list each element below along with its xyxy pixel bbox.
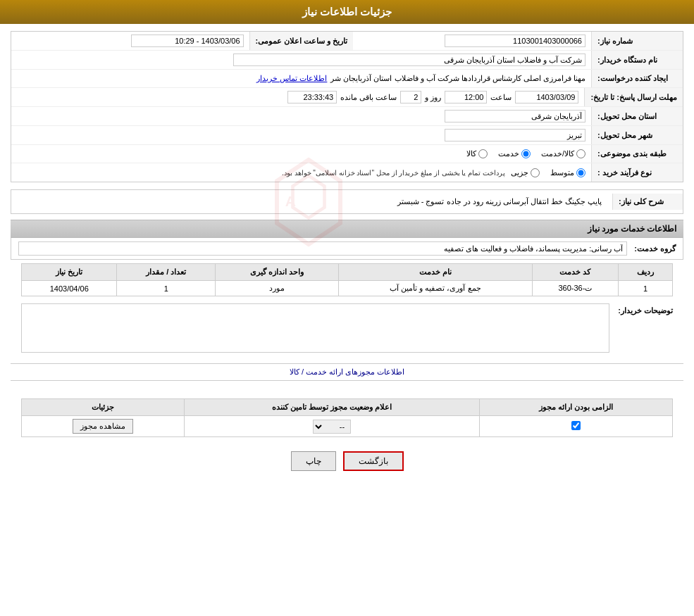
category-kala: کالا — [466, 149, 488, 158]
permit-title: اطلاعات مجوزهای ارائه خدمت / کالا — [11, 363, 683, 381]
permit-table-container: الزامی بودن ارائه مجوز اعلام وضعیت مجوز … — [21, 398, 673, 437]
cell-row-num: 1 — [618, 281, 672, 296]
table-header-row: ردیف کد خدمت نام خدمت واحد اندازه گیری ت… — [22, 264, 673, 281]
buyer-notes-label: توضیحات خریدار: — [616, 303, 673, 315]
cell-service-name: جمع آوری، تصفیه و تأمین آب — [338, 281, 532, 296]
col-service-name: نام خدمت — [338, 264, 532, 281]
row-requester: ایجاد کننده درخواست: مهنا فرامرزی اصلی ک… — [11, 70, 683, 88]
cell-service-code: ت-36-360 — [532, 281, 618, 296]
permit-header-row: الزامی بودن ارائه مجوز اعلام وضعیت مجوز … — [22, 399, 673, 416]
permit-table: الزامی بودن ارائه مجوز اعلام وضعیت مجوز … — [21, 398, 673, 437]
buyer-org-input[interactable] — [233, 54, 585, 66]
category-khedmat-radio[interactable] — [521, 149, 531, 158]
province-input[interactable] — [445, 110, 585, 122]
table-row: 1 ت-36-360 جمع آوری، تصفیه و تأمین آب مو… — [22, 281, 673, 296]
purchase-type-motevaset-label: متوسط — [550, 168, 574, 177]
svg-text:A: A — [285, 193, 295, 209]
permit-status-select[interactable]: --دارمندارم — [313, 420, 351, 434]
purchase-type-motevaset-radio[interactable] — [576, 168, 585, 177]
print-button[interactable]: چاپ — [291, 451, 336, 471]
deadline-value: ساعت روز و ساعت باقی مانده — [11, 88, 584, 106]
purchase-type-motevaset: متوسط — [550, 168, 585, 177]
category-kala-radio[interactable] — [478, 149, 488, 158]
need-description-label: شرح کلی نیاز: — [619, 197, 664, 206]
row-city: شهر محل تحویل: — [11, 126, 683, 145]
permit-status-cell: --دارمندارم — [184, 416, 479, 437]
announcement-date-value — [11, 32, 249, 50]
purchase-type-jozi-label: جزیی — [511, 168, 528, 177]
row-deadline: مهلت ارسال پاسخ: تا تاریخ: ساعت روز و سا… — [11, 88, 683, 107]
deadline-remaining-label: ساعت باقی مانده — [340, 93, 397, 102]
services-table-container: ردیف کد خدمت نام خدمت واحد اندازه گیری ت… — [21, 263, 673, 296]
city-label: شهر محل تحویل: — [591, 126, 683, 144]
main-content: شماره نیاز: تاریخ و ساعت اعلان عمومی: نا… — [0, 24, 694, 489]
need-number-label: شماره نیاز: — [591, 32, 683, 50]
page-header: جزئیات اطلاعات نیاز — [0, 0, 694, 24]
permit-col-status: اعلام وضعیت مجوز توسط تامین کننده — [184, 399, 479, 416]
province-label: استان محل تحویل: — [591, 107, 683, 125]
col-service-code: کد خدمت — [532, 264, 618, 281]
buyer-notes-box — [21, 303, 609, 353]
category-kala-label: کالا — [466, 149, 476, 158]
services-table: ردیف کد خدمت نام خدمت واحد اندازه گیری ت… — [21, 263, 673, 296]
requester-contact-link[interactable]: اطلاعات تماس خریدار — [256, 74, 327, 83]
category-kala-khedmat: کالا/خدمت — [541, 149, 585, 158]
category-kala-khedmat-radio[interactable] — [576, 149, 585, 158]
col-unit: واحد اندازه گیری — [215, 264, 338, 281]
deadline-time-label: ساعت — [490, 93, 512, 102]
deadline-days-input[interactable] — [400, 91, 421, 103]
need-number-value — [353, 32, 591, 50]
cell-unit: مورد — [215, 281, 338, 296]
permit-required-cell — [480, 416, 673, 437]
requester-label: ایجاد کننده درخواست: — [591, 70, 683, 87]
row-province: استان محل تحویل: — [11, 107, 683, 126]
page-wrapper: جزئیات اطلاعات نیاز شماره نیاز: تاریخ و … — [0, 0, 694, 616]
buyer-notes-section: توضیحات خریدار: — [11, 300, 683, 356]
permit-col-details: جزئیات — [22, 399, 185, 416]
cell-date: 1403/04/06 — [22, 281, 117, 296]
buyer-org-value — [11, 51, 591, 69]
requester-text: مهنا فرامرزی اصلی کارشناس قراردادها شرکت… — [330, 74, 585, 83]
purchase-type-radio-group: متوسط جزیی — [511, 168, 585, 177]
purchase-type-jozi: جزیی — [511, 168, 540, 177]
permit-col-required: الزامی بودن ارائه مجوز — [480, 399, 673, 416]
province-value — [11, 107, 591, 125]
deadline-time-input[interactable] — [445, 91, 487, 103]
buyer-org-label: نام دستگاه خریدار: — [591, 51, 683, 69]
category-radio-group: کالا/خدمت خدمت کالا — [466, 149, 585, 158]
need-description-content: A پایپ جکینگ خط انتقال آبرسانی زرینه رود… — [11, 194, 605, 210]
cell-quantity: 1 — [117, 281, 215, 296]
need-number-input[interactable] — [445, 34, 585, 47]
purchase-type-label: نوع فرآیند خرید : — [591, 163, 683, 182]
permit-view-button[interactable]: مشاهده مجوز — [73, 419, 133, 434]
back-button[interactable]: بازگشت — [343, 451, 404, 471]
page-title: جزئیات اطلاعات نیاز — [302, 6, 392, 18]
city-value — [11, 126, 591, 144]
deadline-date-input[interactable] — [515, 91, 578, 103]
deadline-label: مهلت ارسال پاسخ: تا تاریخ: — [584, 88, 683, 106]
watermark-logo: A — [256, 149, 361, 255]
row-buyer-org: نام دستگاه خریدار: — [11, 51, 683, 70]
col-row-num: ردیف — [618, 264, 672, 281]
permit-section: اطلاعات مجوزهای ارائه خدمت / کالا الزامی… — [11, 363, 683, 437]
permit-details-cell: مشاهده مجوز — [22, 416, 185, 437]
row-need-number: شماره نیاز: تاریخ و ساعت اعلان عمومی: — [11, 32, 683, 51]
category-khedmat: خدمت — [498, 149, 531, 158]
category-kala-khedmat-label: کالا/خدمت — [541, 149, 574, 158]
permit-table-row: --دارمندارم مشاهده مجوز — [22, 416, 673, 437]
deadline-remaining-input[interactable] — [287, 91, 337, 103]
announcement-date-label: تاریخ و ساعت اعلان عمومی: — [249, 32, 354, 50]
category-khedmat-label: خدمت — [498, 149, 519, 158]
permit-required-checkbox[interactable] — [571, 421, 581, 430]
purchase-type-jozi-radio[interactable] — [531, 168, 540, 177]
col-quantity: تعداد / مقدار — [117, 264, 215, 281]
bottom-buttons: بازگشت چاپ — [11, 441, 683, 482]
service-group-label: گروه خدمت: — [634, 244, 676, 253]
announcement-date-input[interactable] — [131, 34, 244, 47]
need-description-container: شرح کلی نیاز: A پایپ جکینگ خط انتقال آبر… — [11, 189, 683, 214]
city-input[interactable] — [445, 129, 585, 142]
deadline-days-label: روز و — [425, 93, 441, 102]
requester-value: مهنا فرامرزی اصلی کارشناس قراردادها شرکت… — [11, 70, 591, 87]
category-label: طبقه بندی موضوعی: — [591, 145, 683, 163]
col-date: تاریخ نیاز — [22, 264, 117, 281]
